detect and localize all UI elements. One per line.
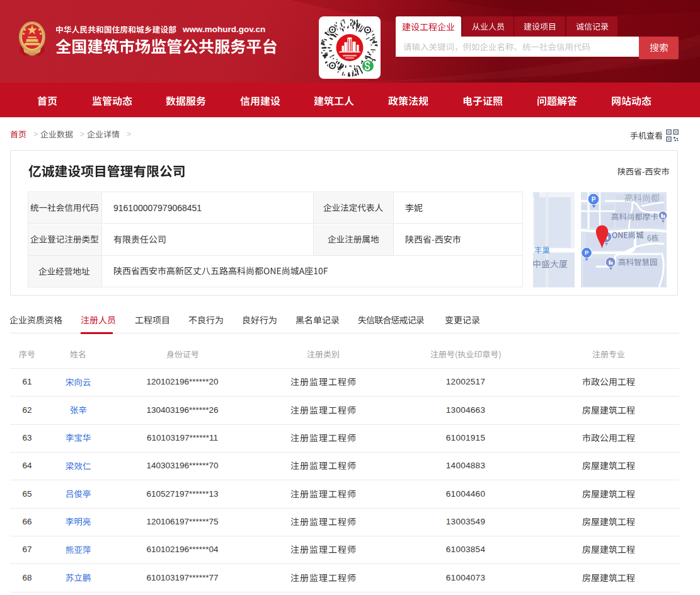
svg-text:P: P (585, 250, 588, 256)
svg-text:P: P (591, 196, 595, 203)
